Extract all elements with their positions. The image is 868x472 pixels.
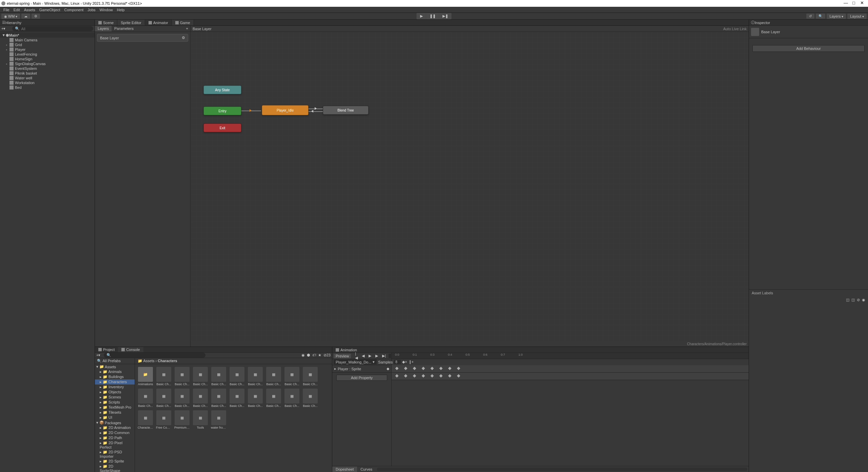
asset-item[interactable]: ▦Character ...	[138, 410, 153, 429]
folder-item[interactable]: ▸ 📁 Inventory	[95, 385, 135, 390]
play-animation-button[interactable]: ▶	[367, 353, 373, 358]
add-keyframe-button[interactable]: ◆+	[402, 360, 407, 364]
timeline-area[interactable]	[392, 365, 749, 466]
package-item[interactable]: ▸ 📁 2D Path	[95, 435, 135, 440]
filter-label-button[interactable]: 🏷	[312, 353, 316, 357]
search-button[interactable]: 🔍	[816, 14, 825, 19]
curves-button[interactable]: Curves	[357, 467, 376, 472]
keyframe[interactable]	[404, 367, 408, 370]
account-button[interactable]: ◉ WM ▾	[1, 14, 20, 19]
state-blend-tree[interactable]: Blend Tree	[323, 106, 369, 115]
pause-button[interactable]: ❚❚	[426, 13, 439, 19]
asset-item[interactable]: ▦Basic Ch...	[229, 389, 245, 408]
asset-item[interactable]: ▦Tools	[193, 410, 208, 429]
menu-edit[interactable]: Edit	[12, 8, 22, 12]
hierarchy-item[interactable]: EventSystem	[0, 66, 95, 71]
state-player-idle[interactable]: Player_Idle	[262, 105, 309, 115]
hierarchy-item[interactable]: ▸Player	[0, 47, 95, 52]
clip-dropdown[interactable]: Player_Walking_Do...▾	[334, 359, 377, 365]
property-row-sprite[interactable]: ▸ Player : Sprite ◆	[332, 365, 391, 373]
folder-item[interactable]: ▸ 📁 Characters	[95, 379, 135, 385]
assetbundle-icon2[interactable]: ◫	[851, 298, 855, 302]
scene-root[interactable]: ▾ ◉ Main*	[0, 33, 95, 38]
hierarchy-search[interactable]: 🔍 All	[12, 26, 93, 31]
menu-help[interactable]: Help	[115, 8, 127, 12]
folder-item[interactable]: ▸ 📁 UI	[95, 415, 135, 420]
package-item[interactable]: ▸ 📁 2D PSD Importer	[95, 450, 135, 459]
menu-gameobject[interactable]: GameObject	[37, 8, 62, 12]
keyframe-track-sprite[interactable]	[392, 373, 749, 380]
folder-item[interactable]: ▸ 📁 Buildings	[95, 374, 135, 379]
first-frame-button[interactable]: |◀	[354, 351, 359, 360]
assetbundle-icon4[interactable]: ◉	[862, 298, 865, 302]
asset-item[interactable]: ▦Basic Ch...	[138, 389, 153, 408]
folder-item[interactable]: ▸ 📁 Tilesets	[95, 410, 135, 415]
timeline-scrollbar[interactable]	[377, 468, 747, 471]
add-property-button[interactable]: Add Property	[336, 375, 387, 381]
animator-layer-base[interactable]: Base Layer ⚙	[97, 34, 188, 42]
filter-type-button[interactable]: ⬢	[307, 353, 310, 357]
layers-dropdown[interactable]: Layers ▾	[827, 14, 846, 19]
prev-frame-button[interactable]: ◀	[360, 353, 366, 358]
favorite-button[interactable]: ★	[318, 353, 321, 357]
keyframe[interactable]	[395, 367, 399, 370]
keyframe[interactable]	[448, 367, 452, 370]
filter-button[interactable]: ◉	[301, 353, 305, 357]
keyframe[interactable]	[439, 367, 443, 370]
state-exit[interactable]: Exit	[203, 123, 241, 132]
services-button[interactable]: ⚙	[32, 14, 40, 19]
asset-item[interactable]: ▦water from...	[211, 410, 226, 429]
keyframe[interactable]	[404, 374, 408, 378]
add-event-button[interactable]: ❙+	[409, 360, 414, 364]
hierarchy-item[interactable]: Workstation	[0, 80, 95, 85]
state-any-state[interactable]: Any State	[203, 85, 241, 94]
hidden-packages[interactable]: ⊘23	[323, 353, 331, 357]
asset-item[interactable]: ▦Basic Ch...	[302, 367, 318, 386]
transition-blend-idle[interactable]	[309, 111, 323, 112]
menu-assets[interactable]: Assets	[22, 8, 37, 12]
menu-window[interactable]: Window	[98, 8, 115, 12]
keyframe[interactable]	[422, 367, 425, 370]
parameters-tab[interactable]: Parameters	[112, 26, 136, 32]
asset-item[interactable]: ▦Basic Ch...	[248, 367, 263, 386]
asset-item[interactable]: ▦Basic Ch...	[266, 367, 281, 386]
tab-animator[interactable]: Animator	[145, 20, 172, 25]
package-item[interactable]: ▸ 📁 2D Common	[95, 430, 135, 435]
keyframe[interactable]	[431, 367, 434, 370]
package-item[interactable]: ▸ 📁 2D Sprite	[95, 459, 135, 464]
hierarchy-item[interactable]: LevelFencing	[0, 52, 95, 57]
keyframe[interactable]	[448, 374, 452, 378]
animator-breadcrumb[interactable]: Base Layer	[193, 27, 212, 31]
keyframe[interactable]	[422, 374, 425, 378]
inspector-tab[interactable]: ⓘ Inspector	[749, 20, 868, 26]
add-layer-button[interactable]: +	[184, 26, 190, 32]
hierarchy-item[interactable]: Main Camera	[0, 38, 95, 42]
asset-item[interactable]: ▦Basic Ch...	[229, 367, 245, 386]
animator-graph[interactable]: Any State Entry Exit Player_Idle Blend T…	[191, 32, 749, 341]
undo-history-button[interactable]: ↺	[806, 14, 814, 19]
asset-item[interactable]: ▦Basic Ch...	[193, 389, 208, 408]
asset-item[interactable]: ▦Basic Ch...	[211, 389, 226, 408]
favorites-header[interactable]: 🔍 All Prefabs	[95, 358, 135, 364]
tab-scene[interactable]: Scene	[95, 20, 117, 25]
keyframe[interactable]	[413, 367, 416, 370]
gear-icon[interactable]: ⚙	[182, 36, 185, 40]
hierarchy-item[interactable]: ▸SignDialogCanvas	[0, 61, 95, 66]
keyframe[interactable]	[395, 374, 399, 378]
asset-item[interactable]: ▦Basic Ch...	[156, 389, 172, 408]
keyframe[interactable]	[431, 374, 434, 378]
folder-item[interactable]: ▸ 📁 Animals	[95, 369, 135, 374]
last-frame-button[interactable]: ▶|	[381, 353, 387, 358]
asset-item[interactable]: 📁Animations	[138, 367, 153, 386]
folder-item[interactable]: ▸ 📁 Scripts	[95, 400, 135, 405]
menu-jobs[interactable]: Jobs	[85, 8, 97, 12]
hierarchy-item[interactable]: Bed	[0, 85, 95, 90]
samples-input[interactable]	[394, 360, 401, 364]
asset-item[interactable]: ▦Premium C...	[174, 410, 190, 429]
step-button[interactable]: ▶❚	[439, 13, 452, 19]
package-item[interactable]: ▸ 📁 2D Animation	[95, 425, 135, 430]
hierarchy-tab[interactable]: ☰ Hierarchy	[0, 20, 95, 26]
tree-assets-root[interactable]: ▾ 📁 Assets	[95, 364, 135, 369]
auto-live-link[interactable]: Auto Live Link	[723, 27, 747, 31]
asset-item[interactable]: ▦Basic Ch...	[266, 389, 281, 408]
